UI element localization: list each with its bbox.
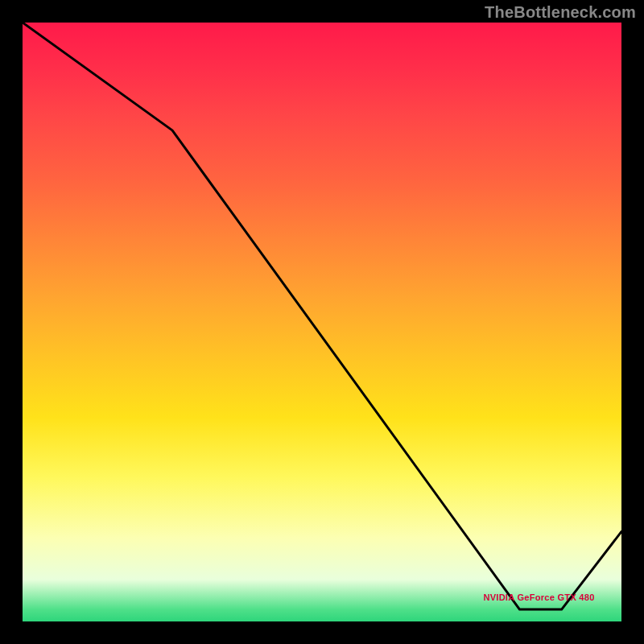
plot-area: NVIDIA GeForce GTX 480	[23, 23, 621, 621]
attribution-text: TheBottleneck.com	[485, 3, 636, 22]
curve-layer	[23, 23, 621, 621]
bottleneck-curve	[23, 23, 621, 609]
chart-stage: TheBottleneck.com NVIDIA GeForce GTX 480	[0, 0, 644, 644]
gpu-annotation: NVIDIA GeForce GTX 480	[483, 592, 594, 602]
